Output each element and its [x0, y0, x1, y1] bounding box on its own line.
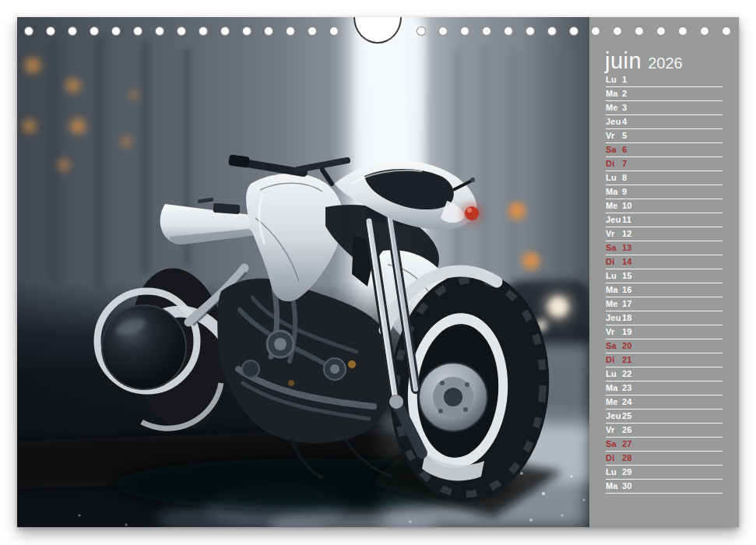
day-number: 12 [622, 227, 632, 240]
day-abbrev: Di [606, 157, 622, 170]
calendar-day-row: Vr19 [606, 325, 723, 339]
day-number: 19 [622, 325, 632, 338]
calendar-day-row: Lu1 [606, 73, 723, 87]
day-abbrev: Di [606, 452, 622, 464]
day-abbrev: Jeu [606, 115, 622, 128]
calendar-day-row: Vr12 [606, 227, 723, 241]
punch-hole [199, 26, 208, 36]
day-abbrev: Lu [606, 73, 622, 86]
day-abbrev: Di [606, 353, 622, 366]
day-number: 21 [622, 353, 632, 366]
calendar-day-row: Di21 [606, 353, 723, 367]
day-number: 22 [622, 367, 632, 380]
punch-hole [133, 26, 142, 36]
day-number: 10 [622, 199, 632, 212]
punch-hole [460, 26, 469, 36]
day-number: 23 [622, 382, 632, 394]
day-number: 3 [622, 101, 627, 114]
day-abbrev: Jeu [606, 311, 622, 324]
day-abbrev: Lu [606, 269, 622, 282]
day-abbrev: Vr [606, 227, 622, 240]
calendar-day-row: Me3 [606, 101, 723, 115]
calendar-day-row: Ma23 [606, 382, 723, 396]
punch-hole [90, 26, 99, 36]
punch-hole [308, 26, 317, 36]
punch-hole [700, 26, 709, 36]
day-abbrev: Me [606, 396, 622, 408]
punch-hole [504, 26, 513, 36]
day-number: 4 [622, 115, 627, 128]
day-abbrev: Lu [606, 466, 622, 478]
day-number: 27 [622, 438, 632, 450]
day-number: 7 [622, 157, 627, 170]
day-number: 8 [622, 171, 627, 184]
day-abbrev: Ma [606, 382, 622, 394]
day-abbrev: Sa [606, 241, 622, 254]
day-abbrev: Ma [606, 87, 622, 100]
calendar-page: juin2026 Lu1Ma2Me3Jeu4Vr5Sa6Di7Lu8Ma9Me1… [0, 0, 756, 545]
day-abbrev: Ma [606, 283, 622, 296]
day-abbrev: Sa [606, 339, 622, 352]
day-abbrev: Sa [606, 143, 622, 156]
punch-hole [482, 26, 491, 36]
punch-hole [591, 26, 600, 36]
calendar-day-row: Vr26 [606, 424, 723, 438]
punch-hole [329, 26, 339, 36]
calendar-day-row: Lu29 [606, 466, 723, 480]
day-number: 11 [622, 213, 631, 226]
punch-hole [220, 26, 230, 36]
calendar-day-row: Lu22 [606, 367, 723, 382]
calendar-day-row: Sa13 [606, 241, 723, 255]
punch-hole [46, 26, 55, 36]
calendar-day-row: Me17 [606, 297, 723, 311]
motorcycle-photo [17, 17, 589, 527]
punch-hole [722, 26, 731, 36]
calendar-day-row: Jeu25 [606, 410, 723, 424]
punch-hole [613, 26, 622, 36]
calendar-day-row: Me10 [606, 199, 723, 213]
day-number: 13 [622, 241, 632, 254]
day-number: 14 [622, 255, 632, 268]
day-number: 24 [622, 396, 632, 408]
calendar-day-row: Lu8 [606, 171, 723, 185]
punch-hole [177, 26, 186, 36]
punch-hole [656, 26, 666, 36]
day-number: 17 [622, 297, 632, 310]
punch-hole [242, 26, 251, 36]
day-number: 2 [622, 87, 627, 100]
calendar-day-row: Sa6 [606, 143, 723, 157]
calendar-day-row: Lu15 [606, 269, 723, 283]
day-abbrev: Jeu [606, 410, 622, 422]
calendar-sheet: juin2026 Lu1Ma2Me3Jeu4Vr5Sa6Di7Lu8Ma9Me1… [17, 17, 739, 527]
day-number: 26 [622, 424, 632, 436]
day-abbrev: Vr [606, 325, 622, 338]
date-panel: juin2026 Lu1Ma2Me3Jeu4Vr5Sa6Di7Lu8Ma9Me1… [589, 17, 739, 527]
punch-hole [678, 26, 687, 36]
punch-hole [635, 26, 644, 36]
street-photo-illustration [17, 17, 589, 527]
day-abbrev: Di [606, 255, 622, 268]
calendar-day-row: Ma16 [606, 283, 723, 297]
punch-hole [24, 26, 33, 36]
day-abbrev: Me [606, 101, 622, 114]
day-number: 5 [622, 129, 627, 142]
punch-hole [264, 26, 273, 36]
day-abbrev: Vr [606, 129, 622, 142]
day-number: 30 [622, 480, 632, 492]
day-abbrev: Sa [606, 438, 622, 450]
calendar-day-row: Ma2 [606, 87, 723, 101]
day-number: 28 [622, 452, 632, 464]
day-abbrev: Lu [606, 367, 622, 380]
calendar-day-row: Di28 [606, 452, 723, 466]
calendar-day-row: Jeu11 [606, 213, 723, 227]
calendar-day-row: Jeu18 [606, 311, 723, 325]
day-abbrev: Ma [606, 480, 622, 492]
calendar-day-row: Ma30 [606, 480, 723, 494]
punch-hole [438, 26, 448, 36]
punch-hole [547, 26, 557, 36]
punch-hole [286, 26, 295, 36]
punch-hole [526, 26, 535, 36]
punch-hole [155, 26, 164, 36]
punch-hole [417, 26, 426, 36]
day-number: 6 [622, 143, 627, 156]
